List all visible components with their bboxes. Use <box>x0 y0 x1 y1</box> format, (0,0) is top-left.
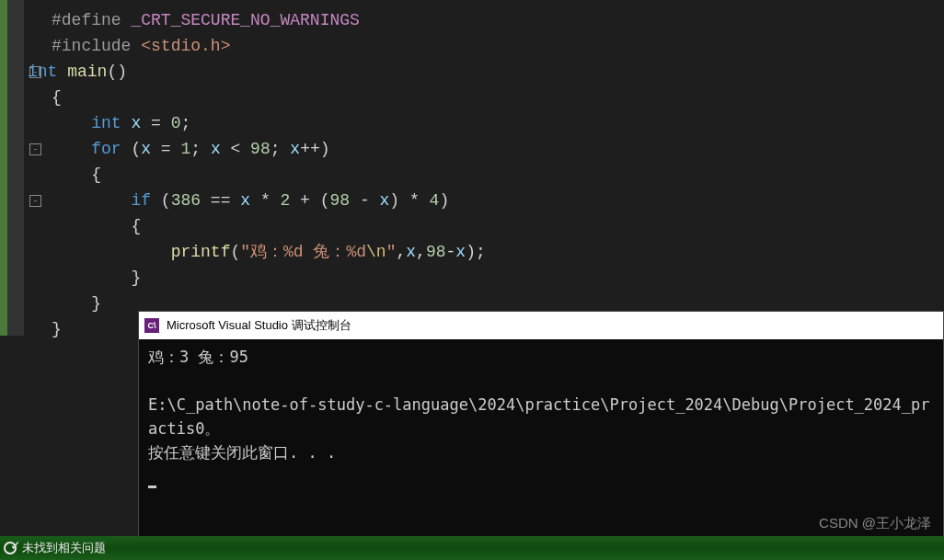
token-keyword: for <box>91 140 121 158</box>
fold-gutter: - - - <box>0 0 46 342</box>
token-func: printf <box>171 243 231 261</box>
token-num: 4 <box>430 191 440 210</box>
token-header: stdio.h <box>151 37 221 55</box>
token-brace: } <box>131 269 141 287</box>
console-line: 鸡：3 兔：95 <box>148 345 934 369</box>
fold-toggle[interactable]: - <box>29 195 41 207</box>
token-paren: ( <box>151 191 171 210</box>
token-angle: > <box>221 37 231 55</box>
token-brace: } <box>91 294 101 313</box>
token-func: main <box>57 63 107 81</box>
token-keyword: if <box>131 191 151 210</box>
token-var: x <box>121 114 142 132</box>
token-paren: ) <box>439 191 449 210</box>
token-type: int <box>91 114 121 132</box>
console-title: Microsoft Visual Studio 调试控制台 <box>167 317 351 334</box>
token-var: x <box>455 243 466 261</box>
console-titlebar[interactable]: C\ Microsoft Visual Studio 调试控制台 <box>139 312 943 339</box>
token-var: x <box>240 191 250 210</box>
token-brace: { <box>52 88 62 107</box>
console-line <box>148 369 934 393</box>
token-brace: } <box>52 320 62 338</box>
token-semi: ; <box>271 140 291 158</box>
token-op: + ( <box>290 191 329 210</box>
vs-icon: C\ <box>144 318 159 333</box>
token-op: = <box>141 114 170 132</box>
token-string: " <box>386 243 397 261</box>
token-num: 386 <box>171 191 201 210</box>
token-preproc: #define <box>52 11 121 29</box>
token-escape: \n <box>366 243 386 261</box>
code-editor[interactable]: - - - #define _CRT_SECURE_NO_WARNINGS #i… <box>0 0 944 342</box>
token-paren: () <box>107 63 127 81</box>
token-type: int <box>28 63 57 81</box>
status-check-icon <box>4 542 17 554</box>
token-num: 1 <box>180 140 190 158</box>
token-brace: { <box>91 166 101 184</box>
status-text: 未找到相关问题 <box>22 540 106 556</box>
token-preproc: #include <box>52 37 131 55</box>
debug-console-window[interactable]: C\ Microsoft Visual Studio 调试控制台 鸡：3 兔：9… <box>138 311 944 541</box>
fold-toggle[interactable]: - <box>29 143 41 155</box>
token-macro: _CRT_SECURE_NO_WARNINGS <box>121 11 360 29</box>
token-paren: ( <box>121 140 142 158</box>
token-var: x <box>406 243 416 261</box>
token-op: - <box>446 243 456 261</box>
token-num: 98 <box>250 140 271 158</box>
token-op: ++) <box>300 140 329 158</box>
console-cursor <box>148 486 156 488</box>
token-comma: , <box>416 243 426 261</box>
token-op: == <box>201 191 240 210</box>
token-op: = <box>151 140 180 158</box>
status-bar[interactable]: 未找到相关问题 <box>0 536 944 560</box>
console-line: 按任意键关闭此窗口. . . <box>148 440 934 464</box>
console-line: E:\C_path\note-of-study-c-language\2024\… <box>148 393 934 440</box>
token-var: x <box>290 140 300 158</box>
token-num: 2 <box>280 191 290 210</box>
token-num: 0 <box>171 114 181 132</box>
token-op: ) * <box>389 191 429 210</box>
console-output[interactable]: 鸡：3 兔：95 E:\C_path\note-of-study-c-langu… <box>139 339 943 494</box>
token-var: x <box>380 191 390 210</box>
token-var: x <box>211 140 221 158</box>
code-content[interactable]: #define _CRT_SECURE_NO_WARNINGS #include… <box>0 0 944 342</box>
token-op: ); <box>466 243 486 261</box>
token-num: 98 <box>330 191 351 210</box>
token-semi: ; <box>190 140 211 158</box>
token-string: "鸡：%d 兔：%d <box>240 243 366 261</box>
token-op: - <box>350 191 379 210</box>
token-angle: < <box>131 37 151 55</box>
token-num: 98 <box>426 243 446 261</box>
token-semi: ; <box>180 114 190 132</box>
token-paren: ( <box>230 243 240 261</box>
token-comma: , <box>396 243 406 261</box>
watermark: CSDN @王小龙泽 <box>819 515 931 532</box>
token-op: * <box>250 191 280 210</box>
token-op: < <box>221 140 250 158</box>
token-brace: { <box>131 217 141 235</box>
token-var: x <box>141 140 151 158</box>
